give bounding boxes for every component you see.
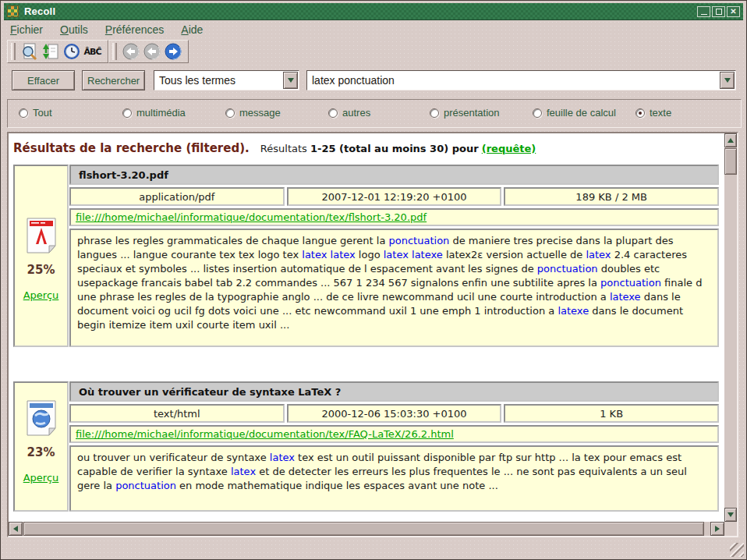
- scroll-left-button[interactable]: [9, 522, 23, 536]
- minimize-button[interactable]: [697, 6, 710, 17]
- term-explorer-button[interactable]: ÂBĈ: [82, 41, 103, 62]
- radio-icon: [328, 108, 338, 118]
- arrow-right-icon: [164, 42, 182, 61]
- result-url-row: file:///home/michael/informatique/docume…: [69, 208, 719, 226]
- toolbar: ÂBĈ: [7, 40, 189, 63]
- result-url-link[interactable]: file:///home/michael/informatique/docume…: [76, 211, 427, 223]
- horizontal-scrollbar-thumb[interactable]: [23, 522, 704, 536]
- pdf-document-icon: [26, 218, 57, 253]
- result-url-link[interactable]: file:///home/michael/informatique/docume…: [76, 428, 454, 440]
- next-page-button[interactable]: [162, 41, 183, 62]
- dropdown-arrow-button[interactable]: [283, 72, 298, 89]
- clear-button[interactable]: Effacer: [12, 70, 75, 90]
- result-side-panel: 25% Aperçu: [13, 165, 69, 347]
- result-meta-row: application/pdf 2007-12-01 12:19:20 +010…: [69, 187, 719, 206]
- vertical-scrollbar[interactable]: [724, 133, 737, 522]
- query-combo[interactable]: [306, 70, 736, 90]
- term-explorer-icon: ÂBĈ: [84, 47, 101, 57]
- arrow-left-icon: [13, 526, 18, 532]
- maximize-button[interactable]: [712, 6, 725, 17]
- close-icon: ✕: [730, 7, 736, 16]
- result-mime: application/pdf: [69, 187, 285, 206]
- result-url-row: file:///home/michael/informatique/docume…: [69, 425, 719, 443]
- toolbar-grip[interactable]: [11, 43, 16, 60]
- previous-page-button[interactable]: [141, 41, 162, 62]
- radio-icon: [122, 108, 132, 118]
- filter-radio-texte[interactable]: texte: [635, 107, 671, 119]
- maximize-icon: [716, 9, 722, 15]
- toolbar-grip[interactable]: [112, 43, 117, 60]
- horizontal-scrollbar[interactable]: [9, 522, 724, 536]
- result-date: 2007-12-01 12:19:20 +0100: [287, 187, 502, 206]
- result-snippet: ou trouver un verificateur de syntaxe la…: [69, 445, 719, 512]
- toolbar-group-tools: ÂBĈ: [7, 40, 108, 63]
- result-title[interactable]: Où trouver un vérificateur de syntaxe La…: [69, 381, 719, 402]
- document-type-filter-panel: Tout multimédia message autres présentat…: [7, 99, 742, 128]
- result-date: 2000-12-06 15:03:30 +0100: [287, 404, 502, 423]
- result-size: 189 KB / 2 MB: [504, 187, 719, 206]
- arrow-up-icon: [728, 138, 734, 143]
- result-item: 23% Aperçu Où trouver un vérificateur de…: [13, 381, 719, 512]
- menu-bar: Fichier Outils Préférences Aide: [4, 21, 743, 38]
- advanced-search-button[interactable]: [19, 41, 40, 62]
- window-resize-grip[interactable]: [730, 543, 744, 557]
- result-item: 25% Aperçu flshort-3.20.pdf application/…: [13, 165, 719, 347]
- results-list: Résultats de la recherche (filtered). Ré…: [9, 133, 724, 522]
- results-area: Résultats de la recherche (filtered). Ré…: [7, 132, 738, 537]
- filter-radio-multimedia[interactable]: multimédia: [122, 107, 186, 119]
- filter-radio-feuille-de-calcul[interactable]: feuille de calcul: [533, 107, 616, 119]
- query-details-link[interactable]: (requête): [482, 143, 536, 154]
- filter-radio-autres[interactable]: autres: [328, 107, 370, 119]
- recoll-window: Recoll ✕ Fichier Outils Préférences Aide: [0, 0, 747, 560]
- first-page-button[interactable]: [120, 41, 141, 62]
- chevron-down-icon: [724, 78, 731, 83]
- result-meta-row: text/html 2000-12-06 15:03:30 +0100 1 KB: [69, 404, 719, 423]
- relevance-percent: 25%: [27, 263, 55, 277]
- filter-radio-presentation[interactable]: présentation: [430, 107, 500, 119]
- result-mime: text/html: [69, 404, 285, 423]
- result-title[interactable]: flshort-3.20.pdf: [69, 165, 719, 185]
- dropdown-arrow-button[interactable]: [720, 72, 735, 89]
- recoll-app-icon: [7, 5, 19, 17]
- preview-link[interactable]: Aperçu: [23, 289, 59, 301]
- search-controls: Effacer Rechercher Tous les termes: [1, 70, 746, 92]
- filter-radio-message[interactable]: message: [225, 107, 281, 119]
- result-size: 1 KB: [504, 404, 719, 423]
- relevance-percent: 23%: [27, 445, 55, 459]
- menu-outils[interactable]: Outils: [60, 23, 88, 36]
- radio-icon: [225, 108, 235, 118]
- title-bar[interactable]: Recoll ✕: [4, 3, 743, 20]
- arrow-left-icon: [122, 42, 140, 61]
- html-document-icon: [26, 400, 57, 436]
- scroll-up-button[interactable]: [724, 133, 737, 147]
- scroll-right-button[interactable]: [710, 522, 724, 536]
- result-side-panel: 23% Aperçu: [13, 381, 69, 512]
- arrow-right-icon: [715, 526, 720, 532]
- window-title: Recoll: [24, 5, 55, 17]
- close-button[interactable]: ✕: [727, 6, 740, 17]
- menu-fichier[interactable]: Fichier: [10, 23, 43, 36]
- document-search-icon: [20, 42, 39, 61]
- clock-icon: [62, 42, 81, 61]
- arrow-down-icon: [728, 512, 734, 517]
- results-header-title: Résultats de la recherche (filtered).: [13, 141, 250, 155]
- chevron-down-icon: [288, 78, 294, 83]
- radio-icon: [430, 108, 439, 118]
- search-query-input[interactable]: [307, 74, 720, 87]
- results-header: Résultats de la recherche (filtered). Ré…: [13, 141, 721, 155]
- document-history-button[interactable]: [61, 41, 82, 62]
- filter-radio-tout[interactable]: Tout: [19, 107, 52, 119]
- results-count: 1-25 (total au moins 30) pour: [310, 143, 479, 154]
- menu-preferences[interactable]: Préférences: [105, 23, 165, 36]
- sort-parameters-button[interactable]: [40, 41, 61, 62]
- preview-link[interactable]: Aperçu: [23, 472, 59, 484]
- radio-icon: [635, 108, 645, 118]
- vertical-scrollbar-thumb[interactable]: [724, 148, 737, 175]
- document-sort-icon: [41, 42, 60, 61]
- result-snippet: phrase les regles grammaticales de chaqu…: [69, 229, 719, 347]
- scroll-down-button[interactable]: [724, 508, 737, 522]
- menu-aide[interactable]: Aide: [181, 23, 203, 36]
- search-mode-select[interactable]: Tous les termes: [154, 70, 299, 90]
- toolbar-group-navigation: [108, 40, 189, 63]
- search-button[interactable]: Rechercher: [82, 70, 145, 90]
